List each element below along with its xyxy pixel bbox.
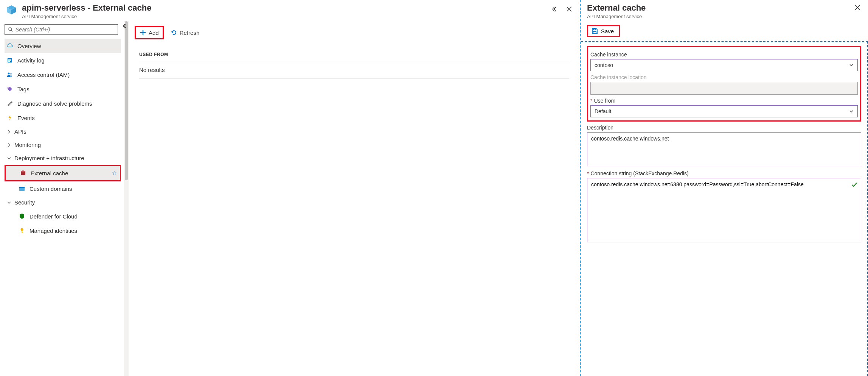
nav-label: Access control (IAM) bbox=[17, 72, 70, 78]
chevron-down-icon bbox=[6, 156, 12, 160]
cache-instance-value: contoso bbox=[595, 62, 613, 68]
svg-point-11 bbox=[8, 87, 9, 88]
chevron-down-icon bbox=[6, 201, 12, 204]
close-main-button[interactable] bbox=[565, 5, 574, 14]
cache-instance-select[interactable]: contoso bbox=[590, 59, 858, 71]
nav-external-cache[interactable]: External cache ☆ bbox=[5, 165, 121, 181]
cloud-icon bbox=[6, 42, 14, 50]
use-from-select[interactable]: Default bbox=[590, 105, 858, 117]
chevron-down-icon bbox=[849, 109, 854, 114]
nav-label: Security bbox=[14, 199, 35, 206]
page-subtitle: API Management service bbox=[22, 14, 550, 19]
search-input[interactable] bbox=[5, 24, 118, 35]
checkmark-icon bbox=[851, 182, 857, 188]
svg-point-3 bbox=[9, 28, 12, 31]
nav-overview[interactable]: Overview bbox=[5, 39, 121, 53]
svg-rect-19 bbox=[593, 28, 596, 30]
sidebar-scrollbar[interactable] bbox=[124, 21, 129, 376]
favorite-star-icon[interactable]: ☆ bbox=[112, 170, 117, 176]
nav-label: APIs bbox=[14, 128, 26, 135]
use-from-value: Default bbox=[595, 108, 611, 114]
svg-rect-6 bbox=[8, 59, 11, 60]
cache-location-label: Cache instance location bbox=[590, 74, 858, 80]
nav-label: Custom domains bbox=[30, 186, 72, 192]
cache-instance-label: Cache instance bbox=[590, 51, 858, 58]
close-blade-button[interactable] bbox=[853, 3, 862, 12]
nav-label: Events bbox=[17, 115, 35, 121]
domains-icon bbox=[18, 185, 26, 192]
connection-string-label: *Connection string (StackExchange.Redis) bbox=[587, 170, 861, 176]
nav-label: Managed identities bbox=[30, 228, 77, 234]
nav-diagnose[interactable]: Diagnose and solve problems bbox=[5, 96, 121, 111]
search-field[interactable] bbox=[16, 27, 115, 33]
refresh-button[interactable]: Refresh bbox=[167, 27, 203, 38]
shield-icon bbox=[18, 212, 26, 220]
use-from-label: *Use from bbox=[590, 98, 858, 104]
svg-rect-18 bbox=[22, 232, 23, 233]
add-button[interactable]: Add bbox=[135, 26, 164, 39]
add-button-label: Add bbox=[149, 30, 159, 36]
key-icon bbox=[18, 227, 26, 234]
plus-icon bbox=[140, 29, 146, 36]
blade-subtitle: API Management service bbox=[587, 14, 646, 19]
svg-point-13 bbox=[21, 171, 25, 173]
scrollbar-thumb[interactable] bbox=[125, 21, 128, 180]
nav-label: Activity log bbox=[17, 57, 45, 64]
lightning-icon bbox=[6, 114, 14, 122]
nav-activity-log[interactable]: Activity log bbox=[5, 53, 121, 67]
svg-rect-8 bbox=[8, 61, 10, 62]
chevron-right-icon bbox=[6, 130, 12, 134]
tag-icon bbox=[6, 85, 14, 93]
cache-icon bbox=[19, 169, 27, 177]
nav-label: Overview bbox=[17, 43, 41, 49]
content-toolbar: Add Refresh bbox=[129, 21, 580, 44]
sidebar: Overview Activity log Acce bbox=[0, 21, 129, 376]
cache-location-input bbox=[590, 82, 858, 95]
nav-label: Diagnose and solve problems bbox=[17, 100, 92, 107]
wrench-icon bbox=[6, 100, 14, 107]
svg-point-10 bbox=[10, 73, 12, 75]
refresh-button-label: Refresh bbox=[180, 30, 200, 36]
collapse-left-icon[interactable] bbox=[550, 5, 559, 14]
content-area: Add Refresh USED FROM No results bbox=[129, 21, 580, 376]
svg-point-9 bbox=[8, 73, 10, 75]
save-button-label: Save bbox=[601, 28, 614, 34]
page-header: apim-serverless - External cache API Man… bbox=[0, 0, 580, 21]
connection-string-textarea[interactable] bbox=[587, 178, 861, 242]
nav-custom-domains[interactable]: Custom domains bbox=[5, 181, 121, 196]
nav-managed-identities[interactable]: Managed identities bbox=[5, 223, 121, 238]
save-button[interactable]: Save bbox=[587, 25, 620, 37]
nav-apis[interactable]: APIs bbox=[5, 125, 121, 138]
nav-label: Tags bbox=[17, 86, 30, 92]
svg-rect-15 bbox=[19, 187, 25, 188]
blade-title: External cache bbox=[587, 3, 646, 13]
nav-deployment[interactable]: Deployment + infrastructure bbox=[5, 151, 121, 165]
nav-security[interactable]: Security bbox=[5, 196, 121, 209]
save-icon bbox=[591, 28, 598, 34]
svg-rect-20 bbox=[593, 31, 596, 34]
collapse-sidebar-button[interactable] bbox=[122, 23, 127, 29]
nav-label: External cache bbox=[31, 170, 68, 176]
chevron-down-icon bbox=[849, 63, 854, 67]
list-empty-row: No results bbox=[139, 61, 569, 79]
chevron-right-icon bbox=[6, 143, 12, 147]
svg-rect-7 bbox=[8, 60, 11, 61]
nav-events[interactable]: Events bbox=[5, 111, 121, 125]
refresh-icon bbox=[171, 29, 177, 36]
nav-access-control[interactable]: Access control (IAM) bbox=[5, 67, 121, 82]
svg-point-16 bbox=[21, 228, 23, 231]
form-highlight-box: Cache instance contoso Cache instance lo… bbox=[587, 46, 861, 122]
blade-panel: External cache API Management service Sa… bbox=[581, 0, 868, 376]
nav-defender[interactable]: Defender for Cloud bbox=[5, 209, 121, 223]
resource-icon bbox=[5, 3, 18, 17]
search-icon bbox=[8, 27, 13, 32]
description-textarea[interactable] bbox=[587, 132, 861, 166]
nav-label: Deployment + infrastructure bbox=[14, 155, 84, 161]
svg-line-4 bbox=[11, 30, 13, 32]
description-label: Description bbox=[587, 125, 861, 131]
list-column-header: USED FROM bbox=[139, 52, 569, 61]
nav-label: Defender for Cloud bbox=[30, 213, 78, 220]
nav-tags[interactable]: Tags bbox=[5, 82, 121, 96]
nav-monitoring[interactable]: Monitoring bbox=[5, 138, 121, 151]
log-icon bbox=[6, 56, 14, 64]
